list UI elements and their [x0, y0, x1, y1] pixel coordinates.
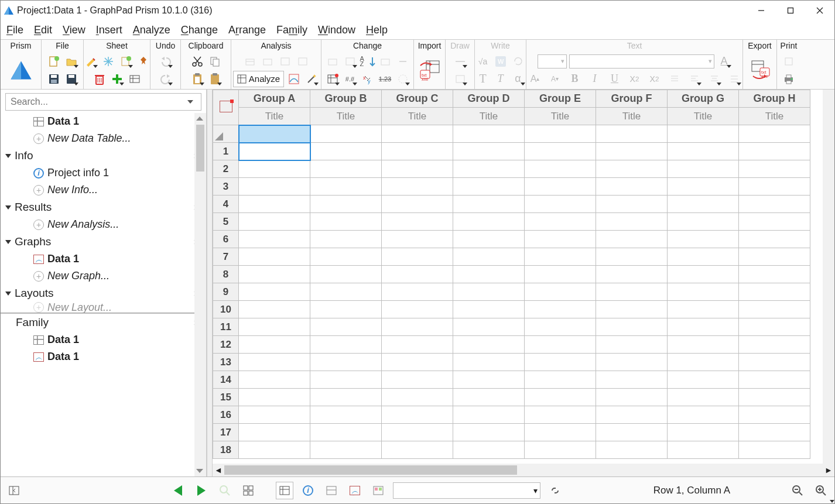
cell[interactable]: [525, 266, 596, 283]
cell[interactable]: [668, 318, 739, 336]
nav-new-graph[interactable]: +New Graph...: [1, 268, 206, 284]
col-title-e[interactable]: Title: [525, 108, 596, 125]
col-title-f[interactable]: Title: [596, 108, 668, 125]
grid-vertical-scrollbar[interactable]: [823, 90, 834, 464]
cell[interactable]: [596, 441, 668, 459]
col-header-group-g[interactable]: Group G: [668, 90, 739, 108]
cell[interactable]: [239, 318, 310, 336]
cell[interactable]: [310, 266, 382, 283]
cell[interactable]: [739, 160, 810, 178]
cell[interactable]: [596, 266, 668, 283]
nav-data-1[interactable]: Data 1: [1, 113, 206, 130]
cell[interactable]: [739, 301, 810, 318]
scroll-left-icon[interactable]: ◄: [213, 465, 224, 475]
cell[interactable]: [310, 196, 382, 213]
cell[interactable]: [525, 336, 596, 354]
nav-new-analysis[interactable]: +New Analysis...: [1, 216, 206, 233]
row-header[interactable]: 3: [213, 178, 239, 196]
row-header[interactable]: 17: [213, 424, 239, 441]
paste-special-icon[interactable]: [207, 71, 223, 87]
scroll-right-icon[interactable]: ►: [823, 465, 834, 475]
cell[interactable]: [453, 424, 525, 441]
cell[interactable]: [668, 231, 739, 248]
row-header[interactable]: 15: [213, 389, 239, 406]
analysis-opt2-icon[interactable]: [260, 53, 275, 68]
cell[interactable]: [239, 441, 310, 459]
cell[interactable]: [453, 143, 525, 160]
menu-family[interactable]: Family: [276, 24, 307, 36]
cell[interactable]: [239, 196, 310, 213]
cell[interactable]: [453, 248, 525, 266]
cell[interactable]: [739, 354, 810, 371]
cell[interactable]: [453, 196, 525, 213]
cell[interactable]: [310, 178, 382, 196]
cell[interactable]: [525, 424, 596, 441]
splitter[interactable]: [207, 90, 213, 476]
font-family-dropdown[interactable]: ▾: [569, 54, 714, 68]
cell[interactable]: [668, 301, 739, 318]
cell[interactable]: [310, 336, 382, 354]
cell[interactable]: [739, 143, 810, 160]
view-results-icon[interactable]: [323, 482, 340, 499]
data-table[interactable]: Group A Group B Group C Group D Group E …: [213, 90, 810, 459]
row-header[interactable]: 13: [213, 354, 239, 371]
nav-new-info[interactable]: +New Info...: [1, 181, 206, 198]
menu-view[interactable]: View: [63, 24, 85, 36]
cell[interactable]: [525, 354, 596, 371]
cell[interactable]: [382, 371, 453, 389]
nav-graph-data1[interactable]: Data 1: [1, 251, 206, 268]
cell[interactable]: [453, 406, 525, 424]
row-header[interactable]: 1: [213, 143, 239, 160]
cell[interactable]: [382, 143, 453, 160]
cell[interactable]: [239, 424, 310, 441]
cell[interactable]: [739, 406, 810, 424]
sheet-selector-dropdown[interactable]: ▾: [393, 482, 540, 499]
cell[interactable]: [668, 248, 739, 266]
zoom-out-icon[interactable]: [789, 482, 806, 499]
row-header[interactable]: 5: [213, 213, 239, 231]
cell[interactable]: [310, 441, 382, 459]
change-1-icon[interactable]: [325, 54, 340, 69]
cell[interactable]: [668, 389, 739, 406]
cell[interactable]: [596, 213, 668, 231]
change-5-icon[interactable]: [395, 54, 410, 69]
col-title-b[interactable]: Title: [310, 108, 382, 125]
cell[interactable]: [525, 371, 596, 389]
nav-family-data1[interactable]: Data 1: [1, 331, 206, 348]
undo-icon[interactable]: [158, 54, 173, 69]
cell[interactable]: [525, 143, 596, 160]
cell[interactable]: [382, 213, 453, 231]
snowflake-icon[interactable]: [101, 54, 116, 69]
cell[interactable]: [525, 406, 596, 424]
cell[interactable]: [239, 248, 310, 266]
cell[interactable]: [668, 354, 739, 371]
link-icon[interactable]: [546, 482, 564, 499]
nav-section-info[interactable]: Info»: [1, 147, 206, 164]
cell[interactable]: [453, 441, 525, 459]
cell[interactable]: [453, 336, 525, 354]
row-header[interactable]: 4: [213, 196, 239, 213]
cell[interactable]: [668, 196, 739, 213]
row-header[interactable]: 8: [213, 266, 239, 283]
cell[interactable]: [525, 389, 596, 406]
col-title-g[interactable]: Title: [668, 108, 739, 125]
nav-scrollbar[interactable]: [194, 113, 206, 476]
cell[interactable]: [382, 441, 453, 459]
cell[interactable]: [382, 231, 453, 248]
cell[interactable]: [310, 213, 382, 231]
cell[interactable]: [239, 301, 310, 318]
cell[interactable]: [525, 231, 596, 248]
row-header[interactable]: 2: [213, 160, 239, 178]
cell[interactable]: [596, 196, 668, 213]
table-format-icon[interactable]: [325, 71, 340, 87]
cell[interactable]: [382, 318, 453, 336]
cell[interactable]: [596, 248, 668, 266]
cell[interactable]: [382, 424, 453, 441]
select-icon[interactable]: [395, 71, 410, 87]
xy-format-icon[interactable]: xy: [360, 71, 375, 87]
col-header-group-d[interactable]: Group D: [453, 90, 525, 108]
redo-icon[interactable]: [158, 71, 173, 87]
cell[interactable]: [239, 406, 310, 424]
zoom-in-icon[interactable]: [812, 482, 830, 499]
cell[interactable]: [382, 301, 453, 318]
